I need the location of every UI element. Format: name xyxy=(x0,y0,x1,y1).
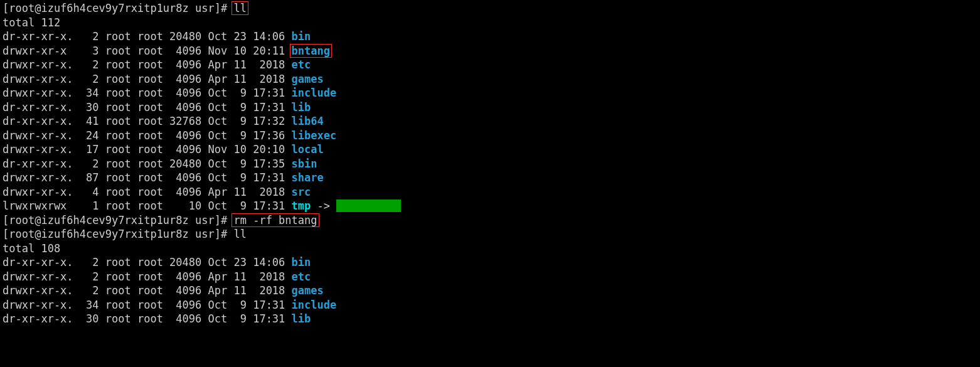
dir-name: sbin xyxy=(292,157,317,170)
dir-name: tmp xyxy=(292,199,311,212)
command-rm: rm -rf bntang xyxy=(232,213,319,227)
dir-name: lib xyxy=(292,312,311,325)
dir-name: etc xyxy=(292,58,311,71)
dir-name: libexec xyxy=(292,129,337,142)
dir-name: games xyxy=(292,73,324,85)
dir-name: include xyxy=(292,299,337,311)
dir-name: bin xyxy=(292,256,311,269)
terminal-line: drwxr-xr-x. 17 root root 4096 Nov 10 20:… xyxy=(3,142,977,157)
dir-name: etc xyxy=(292,270,311,283)
dir-name: include xyxy=(292,87,337,99)
terminal-line: dr-xr-xr-x. 41 root root 32768 Oct 9 17:… xyxy=(3,114,977,129)
terminal-line: [root@izuf6h4cev9y7rxitp1ur8z usr]# ll xyxy=(3,227,977,242)
terminal-line: drwxr-xr-x. 2 root root 4096 Apr 11 2018… xyxy=(3,284,977,298)
dir-name: lib xyxy=(292,101,311,114)
terminal-output[interactable]: [root@izuf6h4cev9y7rxitp1ur8z usr]# llto… xyxy=(0,0,980,327)
terminal-line: [root@izuf6h4cev9y7rxitp1ur8z usr]# rm -… xyxy=(3,213,977,228)
terminal-line: drwxr-xr-x. 2 root root 4096 Apr 11 2018… xyxy=(3,58,977,72)
terminal-line: drwxr-xr-x. 2 root root 4096 Apr 11 2018… xyxy=(3,270,977,284)
terminal-line: drwxr-xr-x. 24 root root 4096 Oct 9 17:3… xyxy=(3,129,977,143)
dir-name: bin xyxy=(292,30,311,43)
terminal-line: dr-xr-xr-x. 2 root root 20480 Oct 9 17:3… xyxy=(3,157,977,171)
terminal-line: drwxr-xr-x. 87 root root 4096 Oct 9 17:3… xyxy=(3,171,977,185)
terminal-line: dr-xr-xr-x. 2 root root 20480 Oct 23 14:… xyxy=(3,29,977,44)
terminal-line: dr-xr-xr-x. 30 root root 4096 Oct 9 17:3… xyxy=(3,100,977,115)
terminal-line: total 112 xyxy=(3,16,977,30)
terminal-line: dr-xr-xr-x. 30 root root 4096 Oct 9 17:3… xyxy=(3,312,977,326)
command-ll: ll xyxy=(232,1,248,15)
symlink-target: ../var/tmp xyxy=(336,199,400,212)
terminal-line: drwxr-xr-x. 2 root root 4096 Apr 11 2018… xyxy=(3,72,977,87)
dir-name: games xyxy=(292,284,324,297)
terminal-line: lrwxrwxrwx 1 root root 10 Oct 9 17:31 tm… xyxy=(3,199,977,213)
dir-name: bntang xyxy=(292,45,330,57)
dir-name: share xyxy=(292,171,324,184)
dir-name: lib64 xyxy=(292,115,324,127)
terminal-line: drwxr-xr-x. 34 root root 4096 Oct 9 17:3… xyxy=(3,298,977,312)
terminal-line: drwxr-xr-x. 4 root root 4096 Apr 11 2018… xyxy=(3,185,977,199)
terminal-line: drwxr-xr-x. 34 root root 4096 Oct 9 17:3… xyxy=(3,86,977,100)
dir-name: local xyxy=(292,143,324,156)
terminal-line: dr-xr-xr-x. 2 root root 20480 Oct 23 14:… xyxy=(3,255,977,270)
terminal-line: drwxr-xr-x 3 root root 4096 Nov 10 20:11… xyxy=(3,44,977,58)
terminal-line: [root@izuf6h4cev9y7rxitp1ur8z usr]# ll xyxy=(3,1,977,16)
terminal-line: total 108 xyxy=(3,242,977,256)
dir-name: src xyxy=(292,186,311,198)
